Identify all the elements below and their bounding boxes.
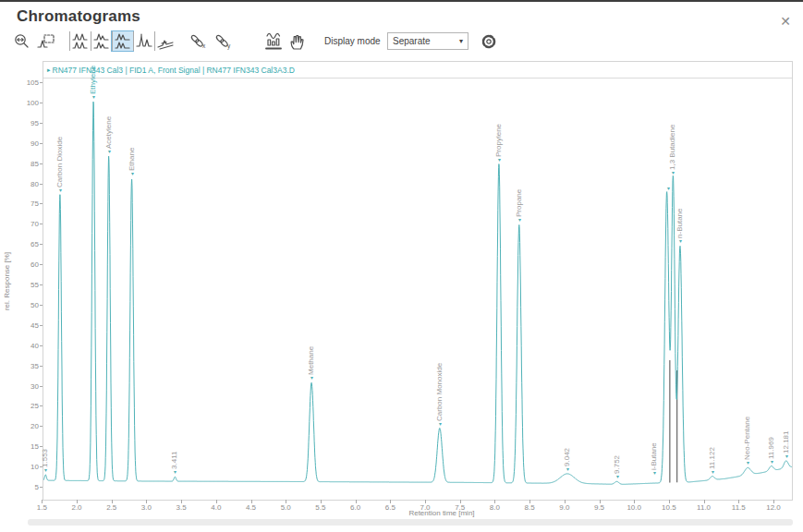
x-tick-label: 5.5: [307, 503, 335, 512]
peak-label: ◂Ethylene: [89, 66, 98, 99]
peak-label-text: i-Butane: [650, 443, 658, 471]
y-tick-mark: [40, 224, 43, 224]
y-tick-label: 100: [20, 99, 39, 107]
y-tick-mark: [40, 184, 43, 185]
window-top-border: [0, 0, 803, 2]
display-cascade-icon[interactable]: [154, 31, 176, 51]
chromatogram-chart: ▸ RN477 IFN343 Cal3 | FID1 A, Front Sign…: [43, 61, 793, 501]
peak-anchor-icon: ◂: [677, 240, 683, 243]
zoom-horizontal-icon[interactable]: [12, 31, 32, 51]
peak-label: ◂n-Butane: [675, 209, 685, 243]
peak-anchor-icon: ◂: [565, 468, 570, 471]
peak-anchor-icon: ◂: [129, 173, 135, 175]
pan-hand-icon[interactable]: [287, 31, 308, 51]
display-mode-dropdown[interactable]: Separate ▾: [387, 32, 468, 50]
y-tick-label: 50: [20, 301, 39, 309]
x-tick-mark: [251, 500, 252, 503]
peak-label-text: Carbon Dioxide: [55, 136, 64, 187]
y-tick-label: 90: [20, 139, 39, 148]
y-tick-mark: [40, 284, 43, 285]
y-tick-mark: [40, 345, 43, 346]
link-x-axis-icon[interactable]: x: [189, 31, 209, 51]
y-tick-label: 65: [20, 240, 39, 248]
x-tick-mark: [425, 500, 426, 503]
x-tick-mark: [356, 500, 357, 503]
x-tick-mark: [600, 500, 601, 503]
peak-anchor-icon: ◂: [614, 476, 620, 478]
peak-anchor-icon: ◂: [710, 471, 715, 474]
y-tick-label: 105: [20, 79, 39, 87]
peak-label-text: Methane: [307, 346, 315, 375]
trace-legend[interactable]: ▸ RN477 IFN343 Cal3 | FID1 A, Front Sign…: [43, 62, 792, 79]
x-tick-mark: [321, 500, 322, 503]
peak-label: ◂Propylene: [494, 124, 504, 162]
peak-label: ◂1,3 Butadiene: [668, 125, 677, 175]
peak-label-text: Carbon Monoxide: [435, 362, 444, 420]
x-tick-mark: [460, 500, 461, 503]
peak-label-text: Propane: [515, 189, 523, 217]
y-tick-label: 30: [20, 382, 39, 391]
page-title: Chromatograms: [17, 7, 140, 26]
display-overlaid-icon[interactable]: [112, 31, 133, 51]
x-tick-mark: [669, 500, 670, 503]
y-tick-mark: [40, 244, 43, 245]
x-tick-label: 10.5: [655, 503, 683, 512]
y-tick-mark: [40, 103, 43, 103]
horizontal-scrollbar[interactable]: [28, 519, 793, 526]
peak-label-text: Neo-Pentane: [743, 417, 751, 460]
x-tick-label: 11.0: [690, 503, 718, 512]
peak-anchor-icon: ◂: [106, 151, 112, 153]
y-tick-label: 75: [20, 200, 39, 208]
x-tick-label: 10.0: [620, 503, 648, 512]
x-tick-mark: [738, 500, 739, 503]
y-tick-label: 60: [20, 260, 39, 269]
peak-label: ◂i-Butane: [650, 443, 659, 476]
x-tick-mark: [494, 500, 495, 503]
y-tick-mark: [40, 405, 43, 406]
retention-time-label: ◂9.042: [563, 448, 572, 471]
y-tick-mark: [40, 325, 43, 326]
peak-anchor-icon: ◂: [91, 96, 96, 99]
x-tick-mark: [146, 500, 147, 503]
peak-label: ◂Methane: [307, 346, 316, 380]
peak-anchor-icon: ◂: [784, 455, 789, 458]
y-tick-mark: [40, 163, 43, 164]
baseline-signal-icon[interactable]: [264, 31, 285, 51]
x-tick-mark: [286, 500, 286, 503]
display-separate-icon[interactable]: [69, 31, 91, 51]
display-single-icon[interactable]: [133, 31, 154, 51]
plot-area[interactable]: ◂1.553◂Carbon Dioxide◂Ethylene◂Acetylene…: [43, 79, 792, 501]
y-tick-label: 70: [20, 220, 39, 228]
y-tick-mark: [40, 487, 43, 488]
y-tick-mark: [40, 123, 43, 124]
x-tick-mark: [529, 500, 530, 503]
retention-time-label: ◂1.553: [41, 449, 50, 472]
peak-label-text: 11.969: [767, 437, 775, 459]
settings-gear-icon[interactable]: [479, 31, 499, 51]
display-stacked-icon[interactable]: [91, 31, 112, 51]
display-mode-label: Display mode: [324, 36, 381, 46]
link-y-axis-icon[interactable]: y: [213, 31, 234, 51]
select-region-icon[interactable]: [36, 31, 56, 51]
x-tick-mark: [181, 500, 182, 503]
y-tick-mark: [40, 203, 43, 204]
x-tick-mark: [112, 500, 113, 503]
peak-label: ◂Neo-Pentane: [743, 417, 752, 465]
y-tick-mark: [40, 264, 43, 265]
y-tick-mark: [40, 466, 43, 467]
peak-label-text: 9.042: [563, 448, 571, 466]
peak-label-text: Ethylene: [89, 66, 97, 94]
peak-anchor-icon: ◂: [670, 172, 675, 175]
peak-label-text: n-Butane: [675, 209, 684, 238]
y-tick-label: 10: [20, 463, 39, 471]
x-tick-label: 1.5: [28, 503, 55, 512]
y-tick-mark: [40, 305, 43, 306]
peak-apex-tick: ◂: [663, 186, 673, 190]
toolbar: x y Display mode Se: [0, 30, 803, 54]
peak-label-text: Propylene: [494, 124, 503, 157]
retention-time-label: ◂9.752: [613, 455, 622, 478]
y-tick-mark: [40, 386, 43, 387]
close-icon[interactable]: ✕: [780, 15, 791, 28]
peak-label-text: 1.553: [41, 449, 49, 467]
svg-text:y: y: [227, 42, 231, 50]
